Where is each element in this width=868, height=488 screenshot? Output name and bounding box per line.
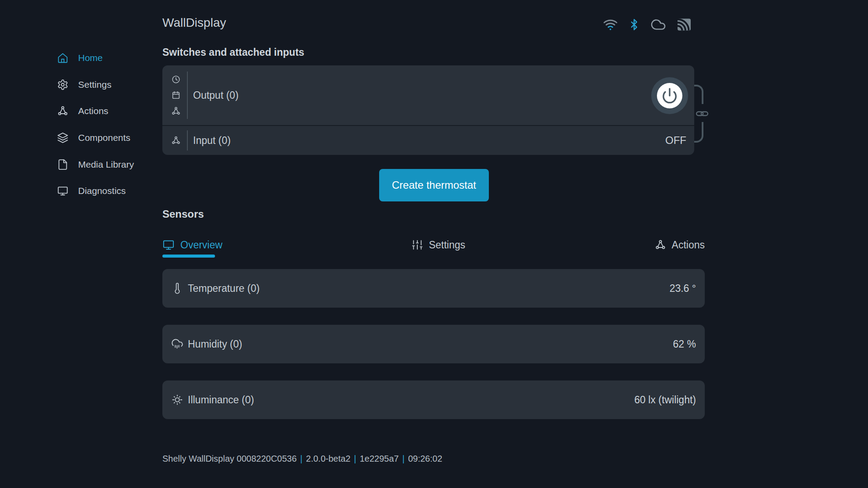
- sensor-value: 23.6 °: [670, 283, 696, 294]
- tab-label: Settings: [429, 239, 465, 251]
- output-label: Output (0): [193, 90, 239, 101]
- tab-settings[interactable]: Settings: [412, 239, 465, 251]
- tab-actions[interactable]: Actions: [655, 239, 705, 251]
- sidebar-item-label: Media Library: [78, 159, 134, 170]
- input-row[interactable]: Input (0) OFF: [162, 125, 694, 155]
- gear-icon: [57, 79, 68, 90]
- wifi-icon: [603, 17, 618, 32]
- link-icon: [696, 109, 709, 118]
- actions-icon: [57, 105, 68, 117]
- actions-icon: [171, 136, 182, 145]
- output-row[interactable]: Output (0): [162, 65, 694, 125]
- sensor-row-humidity[interactable]: Humidity (0) 62 %: [162, 325, 705, 363]
- sidebar-item-label: Actions: [78, 106, 108, 116]
- sensor-value: 62 %: [673, 338, 696, 350]
- sensor-label: Temperature (0): [188, 283, 260, 294]
- actions-icon: [655, 239, 666, 251]
- footer-separator: |: [300, 454, 302, 463]
- sensor-row-illuminance[interactable]: Illuminance (0) 60 lx (twilight): [162, 380, 705, 419]
- sidebar-item-settings[interactable]: Settings: [0, 72, 162, 98]
- monitor-icon: [57, 185, 68, 197]
- sensor-row-temperature[interactable]: Temperature (0) 23.6 °: [162, 269, 705, 308]
- sliders-icon: [412, 239, 423, 251]
- active-tab-underline: [162, 255, 215, 258]
- sensor-value: 60 lx (twilight): [634, 394, 696, 406]
- switches-panel: Output (0) Input (0) OFF: [162, 65, 694, 155]
- sensors-tabs: Overview Settings Actions: [162, 236, 705, 254]
- file-icon: [57, 159, 68, 170]
- status-icons: [603, 17, 692, 32]
- input-mini-icons: [171, 126, 182, 155]
- device-info-footer: Shelly WallDisplay 0008220C0536|2.0.0-be…: [162, 454, 442, 464]
- humidity-icon: [171, 338, 183, 350]
- output-mini-icons: [171, 65, 182, 125]
- bluetooth-icon: [628, 18, 640, 32]
- sidebar-item-label: Settings: [78, 79, 111, 90]
- input-label: Input (0): [193, 135, 231, 147]
- actions-icon: [171, 106, 182, 116]
- sidebar: Home Settings Actions Components Media L…: [0, 0, 162, 488]
- layers-icon: [57, 132, 68, 144]
- switches-heading: Switches and attached inputs: [162, 47, 304, 58]
- page-title: WallDisplay: [162, 16, 226, 30]
- output-divider: [187, 72, 188, 119]
- cast-icon: [676, 17, 692, 32]
- sidebar-item-components[interactable]: Components: [0, 125, 162, 151]
- input-divider: [187, 130, 188, 151]
- sensor-label: Illuminance (0): [188, 394, 254, 406]
- sensors-heading: Sensors: [162, 208, 204, 220]
- sidebar-item-home[interactable]: Home: [0, 45, 162, 71]
- link-bracket-top: [694, 85, 703, 104]
- tab-overview[interactable]: Overview: [162, 239, 222, 251]
- tab-label: Actions: [672, 239, 705, 251]
- tab-label: Overview: [180, 239, 222, 251]
- sidebar-item-label: Diagnostics: [78, 186, 126, 196]
- power-icon: [657, 83, 682, 108]
- footer-time: 09:26:02: [408, 454, 442, 463]
- illuminance-icon: [171, 394, 183, 406]
- monitor-icon: [162, 239, 175, 251]
- clock-icon: [171, 75, 182, 84]
- home-icon: [57, 52, 68, 64]
- footer-separator: |: [402, 454, 405, 463]
- sidebar-item-label: Components: [78, 133, 130, 143]
- input-state: OFF: [665, 134, 686, 147]
- sidebar-item-diagnostics[interactable]: Diagnostics: [0, 178, 162, 204]
- footer-build: 1e2295a7: [360, 454, 399, 463]
- footer-device: Shelly WallDisplay 0008220C0536: [162, 454, 297, 463]
- footer-separator: |: [354, 454, 356, 463]
- thermometer-icon: [171, 282, 183, 294]
- sidebar-item-media-library[interactable]: Media Library: [0, 151, 162, 178]
- sidebar-item-actions[interactable]: Actions: [0, 98, 162, 124]
- power-button[interactable]: [651, 77, 688, 114]
- cloud-icon: [650, 17, 666, 32]
- calendar-icon: [171, 90, 182, 100]
- footer-version: 2.0.0-beta2: [306, 454, 350, 463]
- sensor-label: Humidity (0): [188, 338, 242, 350]
- link-bracket-bottom: [694, 122, 703, 143]
- create-thermostat-button[interactable]: Create thermostat: [379, 169, 489, 201]
- sidebar-item-label: Home: [78, 53, 103, 63]
